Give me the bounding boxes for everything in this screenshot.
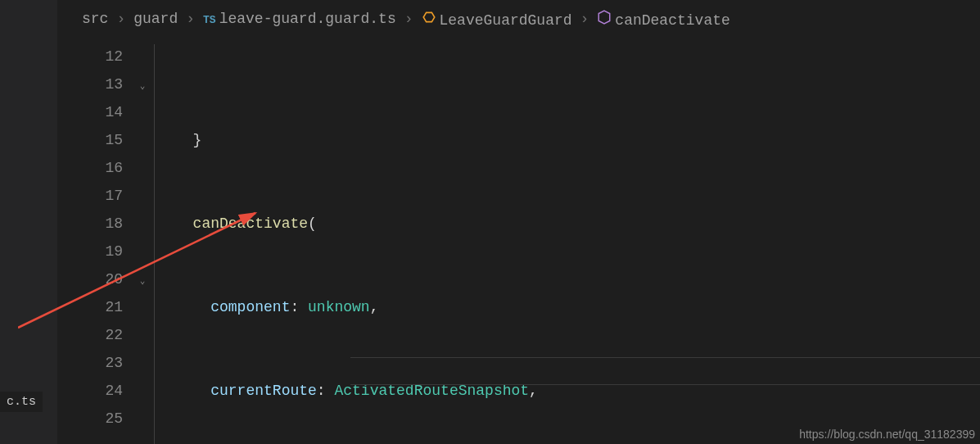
- line-number: 16: [65, 154, 123, 182]
- editor-sidebar: [0, 0, 57, 444]
- breadcrumb[interactable]: src › guard › TSleave-guard.guard.ts › L…: [82, 7, 730, 31]
- line-number: 23: [65, 349, 123, 377]
- line-number: 14: [65, 98, 123, 126]
- code-area[interactable]: } canDeactivate( component: unknown, cur…: [175, 43, 980, 444]
- method-icon: [597, 10, 612, 25]
- line-number: 13: [65, 70, 123, 98]
- crumb-folder[interactable]: guard: [133, 11, 178, 27]
- fold-chevron-icon[interactable]: ⌄: [140, 81, 146, 91]
- watermark-text: https://blog.csdn.net/qq_31182399: [799, 428, 975, 441]
- code-editor[interactable]: 1213141516171819202122232425 ⌄⌄ } canDea…: [65, 43, 980, 444]
- crumb-sep-icon: ›: [113, 11, 129, 27]
- crumb-class[interactable]: LeaveGuardGuard: [422, 10, 572, 29]
- line-number-gutter: 1213141516171819202122232425: [65, 43, 131, 444]
- line-number: 17: [65, 182, 123, 210]
- indent-guide: [154, 43, 175, 444]
- open-file-tab[interactable]: c.ts: [0, 392, 43, 412]
- line-number: 15: [65, 126, 123, 154]
- crumb-sep-icon: ›: [183, 11, 198, 27]
- crumb-sep-icon: ›: [577, 11, 593, 27]
- line-number: 25: [65, 405, 123, 433]
- line-number: 22: [65, 321, 123, 349]
- crumb-method[interactable]: canDeactivate: [597, 10, 729, 29]
- line-number: 20: [65, 265, 123, 293]
- crumb-sep-icon: ›: [401, 11, 417, 27]
- line-number: 19: [65, 238, 123, 265]
- line-number: 21: [65, 293, 123, 321]
- ts-icon: TS: [203, 14, 216, 26]
- class-icon: [422, 10, 436, 25]
- line-number: 24: [65, 377, 123, 405]
- crumb-file[interactable]: TSleave-guard.guard.ts: [203, 11, 396, 27]
- fold-chevron-icon[interactable]: ⌄: [140, 276, 146, 286]
- fold-column[interactable]: ⌄⌄: [131, 43, 154, 444]
- line-number: 12: [65, 43, 123, 70]
- line-number: 18: [65, 210, 123, 238]
- crumb-folder[interactable]: src: [82, 11, 108, 27]
